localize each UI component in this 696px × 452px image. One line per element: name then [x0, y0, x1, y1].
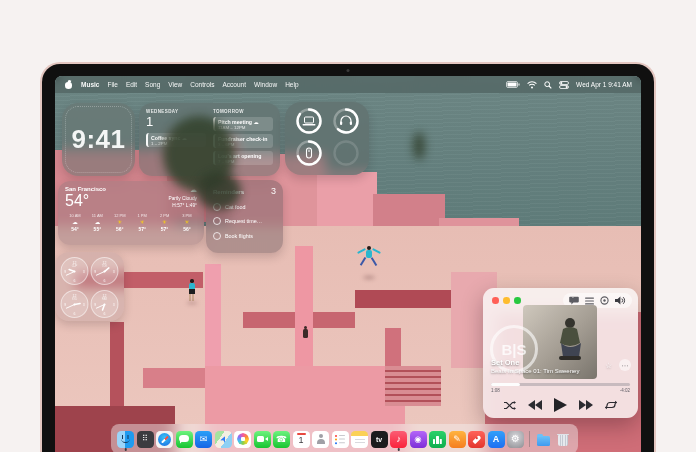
lyrics-icon[interactable]: “	[569, 296, 579, 305]
menu-edit[interactable]: Edit	[126, 81, 137, 88]
svg-text:12: 12	[72, 261, 76, 265]
tv-glyph: tv	[376, 436, 382, 443]
dock-icon-folder[interactable]	[535, 431, 552, 448]
wifi-icon[interactable]	[527, 81, 537, 89]
menu-view[interactable]: View	[168, 81, 182, 88]
track-title: Set One	[491, 358, 519, 367]
person-small	[301, 326, 309, 339]
menu-music[interactable]: Music	[81, 81, 99, 88]
dock-icon-pages[interactable]: ✎	[449, 431, 466, 448]
svg-text:12: 12	[103, 294, 107, 298]
battery-ring-headphones[interactable]	[331, 107, 361, 139]
tree	[413, 132, 425, 160]
search-icon[interactable]	[544, 81, 552, 89]
menu-bar-status: Wed Apr 1 9:41 AM	[506, 81, 641, 89]
dock-icon-safari[interactable]	[156, 431, 173, 448]
dock-icon-launchpad[interactable]: ⠿	[137, 431, 154, 448]
dock-icon-contacts[interactable]	[312, 431, 329, 448]
world-clock-tok[interactable]: 12TOK369	[90, 256, 119, 289]
control-center-icon[interactable]	[559, 81, 569, 89]
battery-ring-empty[interactable]	[331, 139, 361, 171]
progress-bar[interactable]	[491, 383, 630, 386]
svg-text:9: 9	[94, 270, 96, 274]
world-clock-cup[interactable]: 12CUP369	[60, 256, 89, 289]
battery-ring-mouse[interactable]	[294, 139, 324, 171]
reminder-item[interactable]: Book flights	[213, 232, 276, 240]
dock: ⠿✉☎1tv♪◉✎A⚙	[111, 424, 578, 452]
dock-icon-podcasts[interactable]: ◉	[410, 431, 427, 448]
dock-icon-trash[interactable]	[555, 431, 572, 448]
dock-icon-calendar[interactable]: 1	[293, 431, 310, 448]
menu-bar: MusicFileEditSongViewControlsAccountWind…	[55, 76, 641, 93]
apple-menu-icon[interactable]	[65, 81, 73, 89]
dock-icon-mail[interactable]: ✉	[195, 431, 212, 448]
menu-controls[interactable]: Controls	[190, 81, 214, 88]
svg-text:9: 9	[94, 303, 96, 307]
svg-text:3: 3	[83, 303, 85, 307]
dock-icon-settings[interactable]: ⚙	[507, 431, 524, 448]
menu-account[interactable]: Account	[223, 81, 247, 88]
weather-hour: 12 PM☀56°	[110, 213, 130, 232]
wall-block	[205, 264, 221, 368]
star-icon[interactable]: ☆	[605, 361, 612, 370]
checkbox-circle[interactable]	[213, 232, 221, 240]
checkbox-circle[interactable]	[213, 217, 221, 225]
wall-block	[295, 246, 313, 372]
dock-icon-facetime[interactable]	[254, 431, 271, 448]
menu-song[interactable]: Song	[145, 81, 160, 88]
weather-widget[interactable]: San Francisco ☁ 54° Partly Cloudy H:57° …	[58, 181, 204, 245]
minimize-button[interactable]	[503, 297, 510, 304]
dock-icon-messages[interactable]	[176, 431, 193, 448]
menu-file[interactable]: File	[107, 81, 117, 88]
world-clock-par[interactable]: 12PAR369	[90, 289, 119, 322]
dock-icon-numbers[interactable]	[429, 431, 446, 448]
menu-window[interactable]: Window	[254, 81, 277, 88]
pages-glyph: ✎	[453, 435, 461, 444]
elapsed-time: 1:08	[491, 388, 500, 393]
dock-icon-music[interactable]: ♪	[390, 431, 407, 448]
svg-text:6: 6	[73, 312, 75, 316]
dock-icon-rocket[interactable]	[468, 431, 485, 448]
battery-ring-laptop[interactable]	[294, 107, 324, 139]
more-button[interactable]: ⋯	[619, 359, 631, 371]
reminder-item[interactable]: Request time…	[213, 217, 276, 225]
dock-icon-finder[interactable]	[117, 431, 134, 448]
volume-icon[interactable]	[615, 296, 626, 305]
launchpad-glyph: ⠿	[142, 435, 148, 443]
radio-icon[interactable]	[600, 296, 609, 305]
sun-icon: ☀	[132, 218, 152, 226]
dock-icon-notes[interactable]	[351, 431, 368, 448]
menu-help[interactable]: Help	[285, 81, 298, 88]
svg-text:3: 3	[113, 303, 115, 307]
reminders-count: 3	[271, 186, 276, 196]
dock-icon-reminders[interactable]	[332, 431, 349, 448]
running-indicator	[397, 448, 400, 451]
repeat-button[interactable]	[605, 400, 617, 410]
previous-button[interactable]	[528, 400, 542, 410]
dock-icon-phone[interactable]: ☎	[273, 431, 290, 448]
clock-widget[interactable]: 9:41	[62, 103, 135, 176]
calendar-today-label: WEDNESDAY	[146, 109, 206, 114]
battery-icon[interactable]	[506, 81, 520, 88]
svg-text:CUP: CUP	[71, 264, 77, 268]
svg-text:SYD: SYD	[71, 297, 77, 301]
weather-temp: 54°	[65, 193, 89, 209]
svg-text:12: 12	[72, 294, 76, 298]
shuffle-button[interactable]	[504, 401, 516, 410]
dock-icon-appstore[interactable]: A	[488, 431, 505, 448]
close-button[interactable]	[492, 297, 499, 304]
world-clock-syd[interactable]: 12SYD369	[60, 289, 89, 322]
dock-icon-photos[interactable]	[234, 431, 251, 448]
zoom-button[interactable]	[514, 297, 521, 304]
dock-icon-maps[interactable]	[215, 431, 232, 448]
world-clock-widget[interactable]: 12CUP36912TOK36912SYD36912PAR369	[55, 252, 124, 321]
batteries-widget[interactable]	[285, 102, 369, 175]
play-button[interactable]	[554, 398, 567, 412]
album-art-figure	[555, 317, 585, 365]
track-subtitle: Beats In Space 01: Tim Sweeney	[491, 368, 579, 374]
queue-icon[interactable]	[585, 297, 594, 305]
next-button[interactable]	[579, 400, 593, 410]
menu-bar-left: MusicFileEditSongViewControlsAccountWind…	[55, 81, 299, 89]
menu-bar-clock[interactable]: Wed Apr 1 9:41 AM	[576, 81, 632, 88]
dock-icon-tv[interactable]: tv	[371, 431, 388, 448]
